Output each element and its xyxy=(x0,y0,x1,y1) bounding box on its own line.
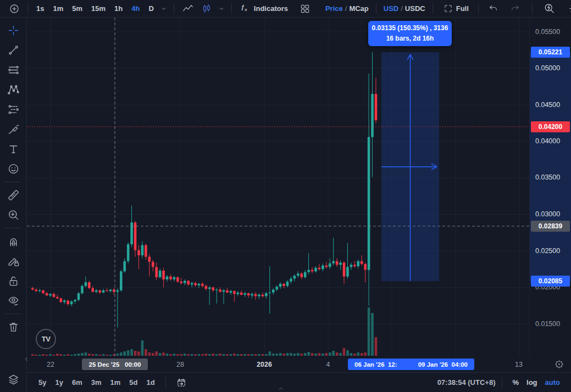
fullscreen-icon xyxy=(444,4,453,13)
top-toolbar: 1s1m5m15m1h4hD ƒx Indicators Price / MCa… xyxy=(0,0,571,18)
slash-separator: / xyxy=(400,4,404,13)
price-axis-label: 0.04500 xyxy=(535,101,560,109)
clock-label[interactable]: 07:38:54 (UTC+8) xyxy=(437,378,496,387)
divider xyxy=(376,3,376,14)
auto-scale-toggle[interactable]: auto xyxy=(542,376,563,389)
range-1d[interactable]: 1d xyxy=(143,376,159,389)
settings-button[interactable] xyxy=(565,1,571,16)
divider xyxy=(5,313,21,314)
timeframe-group: 1s1m5m15m1h4hD xyxy=(32,2,158,15)
indicators-button[interactable]: ƒx Indicators xyxy=(236,0,291,17)
tool-brush[interactable] xyxy=(4,122,23,136)
time-axis-settings-button[interactable] xyxy=(554,359,564,369)
timeframe-1s[interactable]: 1s xyxy=(32,2,48,15)
fullscreen-label: Full xyxy=(456,4,469,13)
slash-separator: / xyxy=(344,4,348,13)
range-3m[interactable]: 3m xyxy=(87,376,106,389)
timeframe-15m[interactable]: 15m xyxy=(87,2,109,15)
go-to-date-button[interactable] xyxy=(173,375,190,390)
tool-lock-all[interactable] xyxy=(4,274,23,288)
timeframe-1m[interactable]: 1m xyxy=(49,2,67,15)
divider xyxy=(165,377,166,388)
trash-icon xyxy=(7,321,20,333)
divider xyxy=(433,3,433,14)
divider xyxy=(532,3,533,14)
range-6m[interactable]: 6m xyxy=(68,376,86,389)
ruler-icon xyxy=(7,189,20,201)
range-5d[interactable]: 5d xyxy=(125,376,141,389)
price-axis-label: 0.05000 xyxy=(535,64,560,72)
price-mcap-toggle: Price / MCap xyxy=(325,4,369,13)
tool-xabcd-pattern[interactable] xyxy=(4,83,23,97)
range-1y[interactable]: 1y xyxy=(51,376,66,389)
candlestick-chart-type-button[interactable] xyxy=(198,1,215,16)
usdc-option[interactable]: USDC xyxy=(405,4,425,13)
measure-price-badge: 0.05221 xyxy=(531,47,570,58)
xabcd-pattern-icon xyxy=(7,83,20,96)
drawing-toolbar xyxy=(0,18,27,392)
line-chart-type-button[interactable] xyxy=(179,1,197,17)
quick-search-button[interactable] xyxy=(540,1,558,16)
object-tree-icon xyxy=(7,373,20,386)
measure-price-badge: 0.02085 xyxy=(531,276,570,287)
chart-pane[interactable]: TV 0.03135 (150.35%) , 3136 16 bars, 2d … xyxy=(27,18,529,357)
tradingview-watermark[interactable]: TV xyxy=(36,329,56,349)
chart-type-dropdown-chevron[interactable] xyxy=(216,2,227,15)
date-range-group: 5y1y6m3m1m5d1d xyxy=(35,376,159,389)
measure-end-time: 09 Jan '26 04:00 xyxy=(418,361,468,368)
measure-tooltip: 0.03135 (150.35%) , 3136 16 bars, 2d 16h xyxy=(368,21,452,46)
usd-option[interactable]: USD xyxy=(384,4,398,13)
timeframe-1h[interactable]: 1h xyxy=(110,2,126,15)
undo-button[interactable] xyxy=(485,1,502,16)
add-symbol-button[interactable] xyxy=(5,1,23,16)
tool-text[interactable] xyxy=(4,142,23,156)
expand-bottom-panel-button[interactable] xyxy=(277,385,285,392)
time-axis[interactable]: 25 Dec '25 00:00 06 Jan '26 12: 09 Jan '… xyxy=(27,357,571,372)
timeframe-4h[interactable]: 4h xyxy=(127,2,143,15)
crosshair-icon xyxy=(7,24,20,37)
chevron-down-icon xyxy=(159,4,168,13)
price-axis-label: 0.04000 xyxy=(535,137,560,145)
drawing-lock-icon xyxy=(7,255,20,267)
tool-zoom-in[interactable] xyxy=(4,208,23,222)
price-axis-label: 0.05500 xyxy=(535,28,560,36)
tool-drawing-lock[interactable] xyxy=(4,254,23,268)
tool-projection[interactable] xyxy=(4,103,23,116)
tool-fib-retracement[interactable] xyxy=(4,63,23,77)
tool-crosshair[interactable] xyxy=(4,24,23,37)
magnet-icon xyxy=(7,235,20,248)
fullscreen-button[interactable]: Full xyxy=(440,2,472,15)
range-5y[interactable]: 5y xyxy=(35,376,50,389)
divider xyxy=(231,3,232,14)
tool-trendline[interactable] xyxy=(4,43,23,57)
mcap-option[interactable]: MCap xyxy=(349,4,368,13)
tool-emoji[interactable] xyxy=(4,162,23,176)
price-chart[interactable] xyxy=(27,18,529,357)
timeframe-5m[interactable]: 5m xyxy=(68,2,86,15)
time-axis-label: 28 xyxy=(176,361,184,368)
tool-magnet[interactable] xyxy=(4,234,23,248)
plus-circle-icon xyxy=(9,3,20,14)
range-1m[interactable]: 1m xyxy=(107,376,125,389)
brush-icon xyxy=(7,123,20,136)
svg-text:ƒ: ƒ xyxy=(241,4,244,10)
divider xyxy=(5,182,21,182)
collapse-left-toolbar-button[interactable] xyxy=(23,353,30,365)
tool-hide-drawings[interactable] xyxy=(4,294,23,307)
divider xyxy=(27,3,28,14)
percent-scale-toggle[interactable]: % xyxy=(509,376,522,389)
timeframe-D[interactable]: D xyxy=(145,2,157,15)
tradingview-chart-app: { "topbar": { "timeframes": [ {"label": … xyxy=(0,0,571,392)
tool-ruler[interactable] xyxy=(4,188,23,202)
price-axis[interactable]: 0.055000.050000.045000.040000.035000.030… xyxy=(529,18,571,357)
indicators-label: Indicators xyxy=(254,4,288,13)
log-scale-toggle[interactable]: log xyxy=(523,376,541,389)
tool-trash[interactable] xyxy=(4,320,23,334)
chevron-up-icon xyxy=(277,385,285,392)
timeframe-dropdown-chevron[interactable] xyxy=(158,2,169,15)
price-option[interactable]: Price xyxy=(325,4,343,13)
layout-grid-icon xyxy=(300,3,311,14)
layout-grid-button[interactable] xyxy=(296,1,314,16)
redo-button[interactable] xyxy=(507,1,524,16)
tool-object-tree[interactable] xyxy=(4,373,23,387)
